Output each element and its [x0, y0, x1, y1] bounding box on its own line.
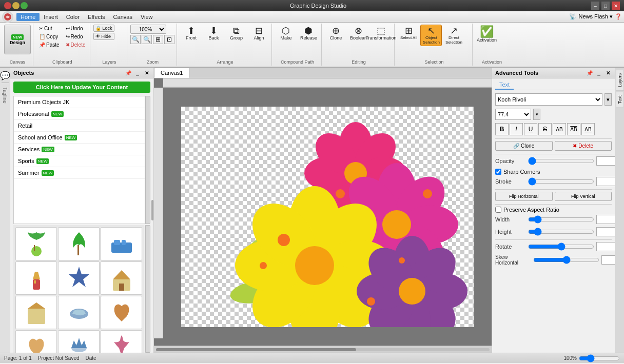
back-button[interactable]: ⬇ Back — [203, 25, 224, 42]
underline-button[interactable]: U — [524, 123, 537, 135]
design-button[interactable]: NEW Design — [4, 25, 31, 54]
lowercase-button[interactable]: AB — [581, 123, 595, 135]
list-item[interactable]: Services NEW — [14, 144, 145, 155]
text-tab[interactable]: Text — [495, 80, 514, 90]
cut-button[interactable]: ✂ Cut — [36, 25, 62, 32]
stroke-input[interactable]: 0 — [596, 177, 615, 186]
grid-item[interactable] — [58, 261, 100, 295]
adv-panel-minimize[interactable]: _ — [595, 69, 602, 76]
canvas-workspace[interactable] — [181, 107, 474, 327]
skew-input[interactable]: 0 — [601, 255, 615, 265]
canvas-tab[interactable]: Canvas1 — [154, 68, 189, 78]
zoom-out-button[interactable]: 🔍 — [130, 35, 141, 44]
width-slider[interactable] — [528, 216, 594, 223]
hide-button[interactable]: 👁 Hide — [93, 33, 114, 40]
copy-button[interactable]: 📋 Copy — [36, 33, 62, 41]
list-item[interactable]: School and Office NEW — [14, 132, 145, 144]
width-input[interactable]: 10 — [596, 215, 615, 224]
menu-color[interactable]: Color — [62, 13, 84, 21]
rotate-slider[interactable] — [528, 243, 594, 250]
undo-button[interactable]: ↩ Undo — [63, 25, 88, 32]
grid-item[interactable] — [58, 227, 100, 260]
activation-button[interactable]: ✅ Activation — [476, 25, 497, 44]
grid-item[interactable] — [58, 296, 100, 329]
grid-item[interactable] — [101, 296, 142, 329]
front-button[interactable]: ⬆ Front — [180, 25, 202, 42]
list-item[interactable]: Sports NEW — [14, 155, 145, 167]
grid-item[interactable] — [101, 330, 142, 353]
font-dropdown-arrow[interactable]: ▾ — [604, 93, 612, 106]
panel-close-button[interactable]: ✕ — [143, 69, 150, 76]
sharp-corners-checkbox[interactable] — [495, 169, 501, 175]
font-select[interactable]: Koch Rivoli Arial Times New Roman — [495, 93, 602, 106]
list-item[interactable]: Premium Objects JK — [14, 96, 145, 108]
canvas-horizontal-scrollbar[interactable] — [154, 346, 492, 353]
select-all-button[interactable]: ⊞ Select All — [398, 25, 419, 42]
skew-slider[interactable] — [533, 256, 599, 264]
grid-item[interactable] — [15, 227, 57, 260]
news-flash[interactable]: News Flash ▾ — [578, 13, 613, 20]
clone-button[interactable]: ⊕ Clone — [325, 25, 346, 42]
grid-item[interactable] — [15, 296, 57, 329]
menu-effects[interactable]: Effects — [84, 13, 109, 21]
zoom-select[interactable]: 100%50%150%200% — [130, 25, 166, 34]
group-button[interactable]: ⧉ Group — [225, 25, 247, 42]
adv-panel-close[interactable]: ✕ — [604, 69, 612, 76]
strikethrough-button[interactable]: S — [538, 123, 552, 135]
release-button[interactable]: ⬢ Release — [298, 25, 319, 42]
grid-item[interactable] — [15, 330, 57, 353]
flip-horizontal-button[interactable]: Flip Horizontal — [495, 192, 553, 201]
direct-selection-button[interactable]: ↗ Direct Selection — [443, 25, 464, 46]
zoom-fit-button[interactable]: ⊞ — [153, 35, 163, 44]
canvas-scroll-area[interactable] — [154, 78, 492, 346]
font-size-dropdown-arrow[interactable]: ▾ — [533, 109, 540, 120]
lock-button[interactable]: 🔒 Lock — [93, 25, 114, 32]
italic-button[interactable]: I — [510, 123, 523, 135]
paste-button[interactable]: 📌 Paste — [36, 41, 62, 49]
grid-scrollbar[interactable] — [145, 225, 150, 353]
stroke-slider[interactable] — [528, 178, 594, 185]
panel-minimize-button[interactable]: _ — [134, 69, 141, 76]
minimize-button[interactable]: – — [591, 2, 599, 10]
make-button[interactable]: ⬡ Make — [275, 25, 297, 42]
menu-insert[interactable]: Insert — [40, 13, 62, 21]
tagline-tool[interactable]: Tagline — [2, 87, 8, 104]
comment-icon[interactable]: 💬 — [0, 71, 10, 80]
adv-panel-pin[interactable]: 📌 — [586, 69, 593, 76]
flip-vertical-button[interactable]: Flip Vertical — [555, 192, 612, 201]
height-slider[interactable] — [528, 228, 594, 235]
zoom-actual-button[interactable]: ⊡ — [164, 35, 174, 44]
opacity-slider[interactable] — [528, 157, 594, 165]
menu-home[interactable]: Home — [16, 13, 40, 21]
list-scrollbar[interactable] — [145, 96, 150, 224]
update-content-button[interactable]: Click Here to Update Your Content — [13, 82, 150, 93]
layers-vertical-tab[interactable]: Layers — [616, 70, 624, 91]
grid-item[interactable] — [58, 330, 100, 353]
uppercase-button[interactable]: AB — [553, 123, 566, 135]
grid-item[interactable] — [101, 227, 142, 260]
maximize-button[interactable]: □ — [601, 2, 610, 10]
list-item[interactable]: Retail — [14, 120, 145, 132]
clone-action-button[interactable]: 🔗 Clone — [495, 141, 553, 151]
menu-view[interactable]: View — [136, 13, 157, 21]
font-size-select[interactable]: 77.4724836 — [495, 109, 531, 120]
panel-pin-button[interactable]: 📌 — [125, 69, 132, 76]
delete-button[interactable]: ✖ Delete — [63, 41, 88, 49]
object-selection-button[interactable]: ↖ Object Selection — [420, 25, 442, 46]
zoom-slider[interactable] — [579, 354, 620, 362]
redo-button[interactable]: ↪ Redo — [63, 33, 88, 41]
transformation-button[interactable]: ⬚ Transformation — [370, 25, 392, 42]
height-input[interactable]: 10 — [596, 227, 615, 236]
list-item[interactable]: Professional NEW — [14, 108, 145, 120]
small-caps-button[interactable]: AB — [567, 123, 580, 135]
text-vertical-tab[interactable]: Text — [616, 92, 624, 108]
panel-resize-handle[interactable] — [151, 200, 153, 220]
grid-item[interactable] — [15, 261, 57, 295]
close-button[interactable]: ✕ — [612, 2, 620, 10]
zoom-in-button[interactable]: 🔍 — [142, 35, 152, 44]
delete-action-button[interactable]: ✖ Delete — [555, 141, 612, 151]
bold-button[interactable]: B — [495, 123, 509, 135]
help-icon[interactable]: ❓ — [615, 13, 622, 20]
preserve-aspect-checkbox[interactable] — [495, 207, 501, 213]
align-button[interactable]: ⊟ Align — [248, 25, 269, 42]
